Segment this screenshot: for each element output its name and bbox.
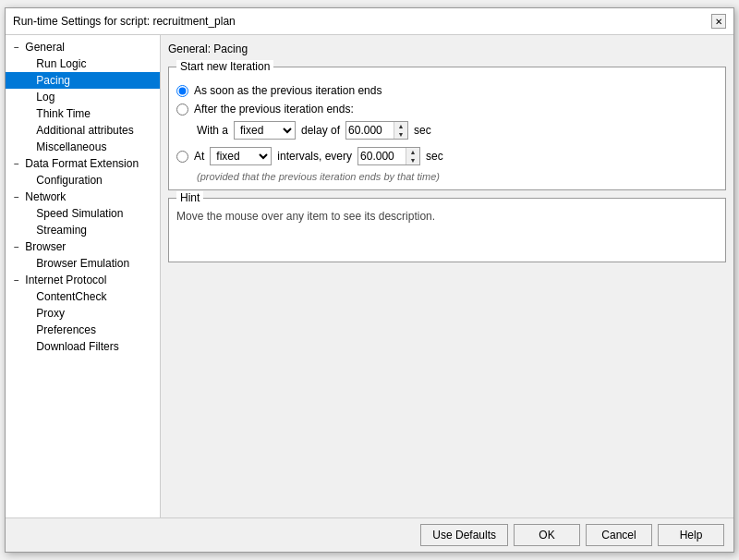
sidebar-item-label: Data Format Extension: [25, 157, 139, 170]
with-a-row: With a fixed random delay of ▲ ▼ sec: [197, 121, 718, 140]
delay-spin-down[interactable]: ▼: [394, 130, 407, 139]
radio2-label[interactable]: After the previous iteration ends:: [194, 103, 354, 116]
delay-spin-buttons: ▲ ▼: [394, 122, 407, 139]
sidebar-item-label: Browser: [25, 240, 66, 253]
radio-row-3: At fixed random intervals, every ▲ ▼ sec: [176, 147, 718, 165]
radio-row-1: As soon as the previous iteration ends: [176, 84, 718, 97]
content-area: − General Run Logic Pacing Log Think Tim…: [6, 35, 733, 517]
footer: Use Defaults OK Cancel Help: [6, 517, 733, 552]
sidebar-item-miscellaneous[interactable]: Miscellaneous: [6, 139, 160, 155]
sidebar-item-additional-attributes[interactable]: Additional attributes: [6, 122, 160, 139]
sidebar-item-network[interactable]: − Network: [6, 189, 160, 205]
sidebar-item-label: Proxy: [36, 307, 65, 320]
sidebar-item-label: Network: [25, 190, 66, 203]
sec-label-1: sec: [414, 124, 431, 137]
radio-after-previous[interactable]: [176, 103, 188, 116]
radio-as-soon-as[interactable]: [176, 85, 188, 97]
hint-content: Move the mouse over any item to see its …: [176, 210, 435, 223]
radio-row-2: After the previous iteration ends:: [176, 103, 718, 116]
expand-icon: −: [11, 192, 22, 202]
delay-spin-input[interactable]: ▲ ▼: [345, 121, 408, 140]
sidebar-item-label: Log: [36, 91, 55, 103]
sidebar-item-label: Pacing: [36, 74, 70, 87]
fixed-select-1[interactable]: fixed random: [234, 121, 296, 140]
sidebar-item-think-time[interactable]: Think Time: [6, 105, 160, 122]
sidebar-item-label: Think Time: [36, 107, 91, 120]
ok-button[interactable]: OK: [514, 524, 580, 546]
sidebar-item-label: Additional attributes: [36, 124, 133, 137]
interval-spin-up[interactable]: ▲: [406, 148, 419, 156]
sidebar-item-content-check[interactable]: ContentCheck: [6, 288, 160, 305]
hint-group-title: Hint: [176, 191, 203, 204]
radio3-label[interactable]: At: [194, 150, 204, 163]
sidebar-item-general[interactable]: − General: [6, 39, 160, 55]
sidebar-item-label: Miscellaneous: [36, 140, 106, 153]
sidebar-item-browser-emulation[interactable]: Browser Emulation: [6, 255, 160, 272]
window-title: Run-time Settings for script: recruitmen…: [13, 15, 236, 28]
sidebar-item-run-logic[interactable]: Run Logic: [6, 55, 160, 72]
sidebar-item-label: ContentCheck: [36, 290, 106, 303]
delay-value-input[interactable]: [346, 122, 394, 139]
intervals-label: intervals, every: [277, 150, 352, 163]
sidebar-item-pacing[interactable]: Pacing: [6, 72, 160, 89]
with-a-label: With a: [197, 124, 228, 137]
section-title: General: Pacing: [168, 43, 726, 55]
main-window: Run-time Settings for script: recruitmen…: [5, 7, 734, 553]
sidebar-item-preferences[interactable]: Preferences: [6, 322, 160, 338]
title-bar: Run-time Settings for script: recruitmen…: [6, 8, 733, 35]
close-button[interactable]: ✕: [711, 14, 726, 29]
expand-icon: −: [11, 275, 22, 286]
sidebar-item-label: Run Logic: [36, 57, 86, 70]
delay-spin-up[interactable]: ▲: [394, 122, 407, 130]
sidebar: − General Run Logic Pacing Log Think Tim…: [6, 35, 161, 517]
interval-spin-buttons: ▲ ▼: [406, 148, 419, 164]
sidebar-item-internet-protocol[interactable]: − Internet Protocol: [6, 272, 160, 288]
interval-value-input[interactable]: [358, 148, 406, 164]
cancel-button[interactable]: Cancel: [586, 524, 652, 546]
expand-icon: −: [11, 159, 22, 169]
sidebar-item-download-filters[interactable]: Download Filters: [6, 338, 160, 355]
sidebar-item-proxy[interactable]: Proxy: [6, 305, 160, 322]
sidebar-item-label: Configuration: [36, 174, 102, 187]
radio1-label[interactable]: As soon as the previous iteration ends: [194, 84, 382, 97]
expand-icon: −: [11, 242, 22, 252]
sidebar-item-label: Download Filters: [36, 340, 118, 353]
sidebar-item-configuration[interactable]: Configuration: [6, 172, 160, 189]
sidebar-item-browser[interactable]: − Browser: [6, 238, 160, 255]
sidebar-item-data-format-extension[interactable]: − Data Format Extension: [6, 155, 160, 172]
fixed-select-2[interactable]: fixed random: [210, 147, 272, 165]
start-iteration-group: Start new Iteration As soon as the previ…: [168, 67, 726, 190]
radio-at[interactable]: [176, 151, 188, 163]
main-panel: General: Pacing Start new Iteration As s…: [161, 35, 733, 517]
sidebar-item-label: General: [25, 41, 65, 54]
interval-spin-input[interactable]: ▲ ▼: [357, 147, 420, 165]
sec-label-2: sec: [426, 150, 443, 163]
hint-group-box: Hint Move the mouse over any item to see…: [168, 198, 726, 262]
provided-hint: (provided that the previous iteration en…: [197, 171, 718, 182]
sidebar-item-label: Speed Simulation: [36, 207, 123, 220]
expand-icon: −: [11, 43, 22, 53]
sidebar-item-speed-simulation[interactable]: Speed Simulation: [6, 205, 160, 222]
sidebar-item-label: Browser Emulation: [36, 257, 129, 270]
use-defaults-button[interactable]: Use Defaults: [420, 524, 508, 546]
sidebar-item-streaming[interactable]: Streaming: [6, 222, 160, 238]
sidebar-item-label: Streaming: [36, 224, 87, 237]
delay-of-label: delay of: [301, 124, 340, 137]
interval-spin-down[interactable]: ▼: [406, 156, 419, 164]
help-button[interactable]: Help: [658, 524, 724, 546]
sidebar-item-label: Preferences: [36, 323, 96, 336]
sidebar-item-log[interactable]: Log: [6, 89, 160, 105]
group-box-title: Start new Iteration: [176, 60, 273, 73]
sidebar-item-label: Internet Protocol: [25, 274, 106, 286]
